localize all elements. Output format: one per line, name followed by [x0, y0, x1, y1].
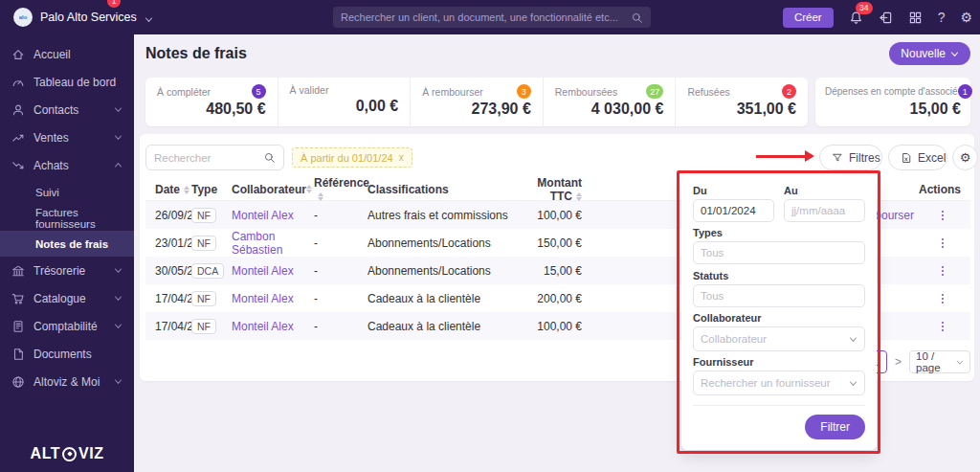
- create-button[interactable]: Créer: [783, 8, 834, 28]
- company-avatar-text: alo: [19, 14, 28, 20]
- date-to-input[interactable]: [784, 199, 865, 222]
- sidebar-item-contacts[interactable]: Contacts: [0, 96, 134, 124]
- collaborateur-placeholder: Collaborateur: [701, 333, 767, 345]
- sort-icon[interactable]: [318, 192, 323, 202]
- global-search[interactable]: [333, 7, 651, 28]
- row-menu-button[interactable]: [936, 236, 949, 250]
- table-search[interactable]: [145, 145, 284, 170]
- row-menu-button[interactable]: [936, 320, 949, 333]
- active-filter-tag[interactable]: À partir du 01/01/24 x: [292, 147, 412, 168]
- notifications-button[interactable]: 34: [849, 11, 863, 25]
- cell-classification: Abonnements/Locations: [368, 264, 513, 278]
- column-header-type[interactable]: Type: [191, 183, 232, 196]
- column-header-montant[interactable]: Montant TTC: [513, 176, 582, 203]
- cell-reference: -: [314, 292, 368, 305]
- stat-depenses-compte-associe[interactable]: Dépenses en compte d'associé1 15,00 €: [815, 78, 970, 126]
- collaborateur-link[interactable]: Monteil Alex: [232, 292, 294, 305]
- stat-a-completer[interactable]: À compléter5 480,50 €: [145, 78, 278, 126]
- sidebar-item-ventes[interactable]: Ventes: [0, 124, 134, 151]
- document-icon: [11, 348, 25, 361]
- sidebar-item-label: Catalogue: [33, 292, 86, 305]
- sidebar-item-tableau-de-bord[interactable]: Tableau de bord: [0, 68, 134, 96]
- chevron-down-icon: [956, 358, 964, 367]
- sidebar-item-comptabilite[interactable]: Comptabilité: [0, 312, 134, 340]
- excel-export-button[interactable]: Excel: [888, 145, 947, 170]
- cell-montant: 150,00 €: [513, 236, 582, 250]
- cell-date: 26/09/25: [145, 209, 191, 222]
- cell-montant: 200,00 €: [513, 292, 582, 305]
- types-input[interactable]: [693, 241, 865, 264]
- help-button[interactable]: ?: [938, 10, 946, 25]
- sort-icon[interactable]: [184, 186, 189, 195]
- page-size-value: 10 / page: [916, 350, 956, 373]
- settings-button[interactable]: ⚙: [960, 10, 972, 25]
- stat-count-badge: 3: [517, 84, 531, 99]
- column-header-classifications[interactable]: Classifications: [368, 183, 513, 196]
- chevron-up-icon: [114, 161, 122, 169]
- stat-value: 273,90 €: [422, 101, 531, 118]
- sidebar-item-label: Trésorerie: [33, 264, 85, 278]
- sidebar-item-documents[interactable]: Documents: [0, 340, 134, 368]
- stat-label: À valider: [290, 84, 329, 96]
- company-switcher[interactable]: alo Palo Alto Services 1: [0, 8, 249, 27]
- column-header-collaborateur[interactable]: Collaborateur: [232, 183, 314, 196]
- next-page-button[interactable]: >: [895, 355, 902, 369]
- sort-icon[interactable]: [306, 185, 312, 194]
- cell-date: 17/04/24: [145, 292, 191, 305]
- column-header-actions: Actions: [914, 183, 970, 196]
- gauge-icon: [11, 76, 25, 89]
- page-title: Notes de frais: [145, 45, 247, 62]
- collaborateur-link[interactable]: Monteil Alex: [232, 264, 294, 278]
- stat-a-rembourser[interactable]: À rembourser3 273,90 €: [411, 78, 544, 126]
- close-icon[interactable]: x: [399, 152, 404, 163]
- stat-value: 4 030,00 €: [555, 101, 664, 118]
- row-menu-button[interactable]: [936, 264, 949, 278]
- collaborateur-link[interactable]: Monteil Alex: [232, 320, 294, 333]
- collaborateur-link[interactable]: Monteil Alex: [232, 209, 294, 222]
- stat-refusees[interactable]: Refusées2 351,00 €: [676, 78, 808, 126]
- sidebar-item-notes-de-frais[interactable]: Notes de frais: [0, 231, 134, 257]
- kebab-icon: [936, 264, 949, 278]
- table-search-input[interactable]: [154, 152, 263, 164]
- type-badge: DCA: [191, 263, 224, 279]
- sort-icon[interactable]: [576, 192, 582, 202]
- table-settings-button[interactable]: ⚙: [952, 145, 978, 170]
- stat-label: Refusées: [687, 86, 729, 98]
- sidebar-item-accueil[interactable]: Accueil: [0, 40, 134, 68]
- stat-remboursees[interactable]: Remboursées27 4 030,00 €: [544, 78, 677, 126]
- apply-filter-button[interactable]: Filtrer: [805, 415, 865, 439]
- collaborateur-select[interactable]: Collaborateur: [693, 326, 865, 351]
- statuts-input[interactable]: [693, 284, 865, 307]
- filters-button[interactable]: Filtres: [819, 145, 882, 170]
- collaborateur-link[interactable]: Cambon Sébastien: [232, 230, 314, 257]
- apps-button[interactable]: [908, 11, 923, 25]
- column-header-date[interactable]: Date: [145, 183, 191, 196]
- exit-button[interactable]: [879, 11, 893, 25]
- sidebar-item-label: Accueil: [33, 48, 71, 61]
- sidebar-item-achats[interactable]: Achats: [0, 151, 134, 179]
- page-size-select[interactable]: 10 / page: [909, 350, 970, 373]
- sidebar-item-factures-fournisseurs[interactable]: Factures fournisseurs: [0, 205, 134, 231]
- row-menu-button[interactable]: [936, 209, 949, 222]
- column-header-reference[interactable]: Référence: [314, 176, 368, 203]
- stat-label: À rembourser: [422, 86, 483, 98]
- cell-collaborateur: Monteil Alex: [232, 209, 314, 222]
- filters-button-label: Filtres: [849, 151, 880, 165]
- sidebar-item-catalogue[interactable]: Catalogue: [0, 284, 134, 312]
- cell-classification: Abonnements/Locations: [368, 236, 513, 250]
- new-expense-button[interactable]: Nouvelle: [889, 42, 970, 65]
- stat-a-valider[interactable]: À valider 0,00 €: [278, 78, 412, 126]
- chevron-down-icon: [114, 266, 122, 275]
- global-search-input[interactable]: [341, 11, 631, 23]
- row-menu-button[interactable]: [936, 292, 949, 305]
- sidebar-item-altoviz-et-moi[interactable]: Altoviz & Moi: [0, 368, 134, 395]
- sidebar-item-tresorerie[interactable]: Trésorerie: [0, 257, 134, 284]
- sidebar-item-label: Contacts: [33, 103, 78, 117]
- sidebar-item-suivi[interactable]: Suivi: [0, 179, 134, 205]
- cell-actions: [914, 209, 970, 222]
- sidebar-item-label: Ventes: [33, 131, 69, 145]
- gear-icon: ⚙: [960, 150, 971, 165]
- type-badge: NF: [191, 208, 216, 223]
- fournisseur-select[interactable]: Rechercher un fournisseur: [693, 371, 865, 395]
- date-from-input[interactable]: [693, 199, 774, 222]
